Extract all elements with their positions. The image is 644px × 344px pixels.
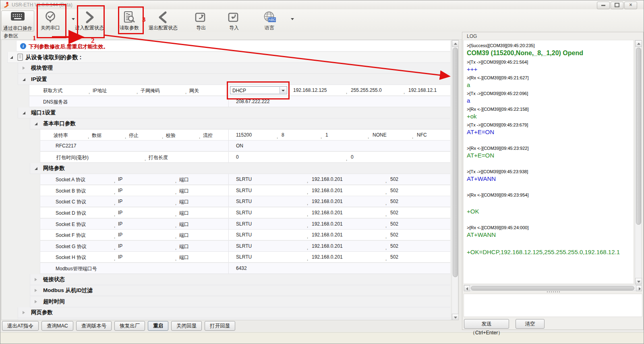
field-value[interactable]: 0 (236, 154, 239, 160)
field-value[interactable]: NFC (417, 132, 427, 138)
field-value[interactable]: ON (236, 143, 243, 149)
group-row-基本串口参数[interactable]: 基本串口参数 (30, 118, 450, 129)
field-value[interactable]: SLRTU (236, 221, 252, 227)
action-button-打开回显[interactable]: 打开回显 (205, 321, 235, 331)
send-button[interactable]: 发送（Ctrl+Enter） (464, 319, 509, 329)
group-row-端口1设置[interactable]: 端口1设置 (18, 108, 450, 118)
toolbar-button-read-params[interactable]: 读取参数 (112, 10, 147, 31)
toolbar-button-exit-config[interactable]: 退出配置状态 (146, 10, 180, 31)
toolbar-button-import[interactable]: 导入 (217, 10, 251, 31)
group-row-网络参数[interactable]: 网络参数 (30, 163, 450, 174)
field-value[interactable]: SLRTU (236, 254, 252, 260)
field-value[interactable]: 192.168.12.125 (293, 87, 327, 93)
clear-button[interactable]: 清空 (516, 319, 545, 329)
field-value[interactable]: 192.168.0.201 (312, 188, 343, 193)
field-value[interactable]: 192.168.0.201 (312, 243, 343, 249)
field-value[interactable]: 0 (351, 154, 354, 160)
expander-open-icon[interactable] (35, 167, 37, 170)
log-scrollbar-vertical[interactable] (635, 40, 642, 284)
dhcp-select[interactable]: DHCP (230, 86, 287, 94)
group-row-链接状态[interactable]: 链接状态 (30, 274, 450, 285)
action-button-恢复出厂[interactable]: 恢复出厂 (114, 321, 145, 331)
expander-closed-icon[interactable] (23, 66, 25, 70)
field-label: 子网掩码 (141, 87, 160, 94)
toolbar-button-serial-op[interactable]: 通过串口操作 (1, 10, 34, 31)
expander-closed-icon[interactable] (35, 300, 37, 303)
close-button[interactable]: × (624, 2, 637, 9)
group-row-IP设置[interactable]: IP设置 (18, 74, 450, 85)
field-value[interactable]: 115200 (236, 132, 252, 138)
log-scrollbar-horizontal[interactable] (464, 285, 642, 291)
field-value[interactable]: 502 (390, 176, 398, 182)
field-value[interactable]: SLRTU (236, 199, 252, 204)
status-strip (0, 332, 644, 344)
expander-open-icon[interactable] (35, 122, 37, 125)
group-row-网页参数[interactable]: 网页参数 (18, 307, 450, 318)
scrollbar-thumb[interactable] (453, 48, 458, 277)
expander-open-icon[interactable] (23, 112, 25, 114)
scroll-right-button[interactable] (636, 285, 642, 291)
group-row-Modbus 从机ID过滤[interactable]: Modbus 从机ID过滤 (30, 285, 450, 296)
scrollbar-thumb[interactable] (636, 48, 641, 225)
toolbar-button-enter-config[interactable]: 进入配置状态 (72, 10, 107, 31)
splitter-handle[interactable] (547, 291, 561, 292)
field-value[interactable]: 192.168.0.201 (312, 232, 343, 238)
param-scrollbar-vertical[interactable] (451, 40, 458, 320)
action-button-关闭回显[interactable]: 关闭回显 (171, 321, 202, 331)
field-value[interactable]: SLRTU (236, 176, 252, 182)
field-value[interactable]: 1 (325, 132, 328, 138)
expander-closed-icon[interactable] (35, 278, 37, 281)
field-value[interactable]: 502 (390, 210, 398, 216)
group-row-partial[interactable]: 设置 (18, 319, 450, 320)
select-arrow-button[interactable] (280, 87, 286, 93)
group-row-模块管理[interactable]: 模块管理 (18, 63, 450, 74)
field-value[interactable]: SLRTU (236, 210, 252, 216)
action-button-查询MAC[interactable]: 查询MAC (41, 321, 73, 331)
expander-open-icon[interactable] (10, 56, 13, 59)
scroll-down-button[interactable] (635, 278, 642, 284)
scroll-up-button[interactable] (452, 40, 459, 47)
expander-closed-icon[interactable] (23, 311, 25, 314)
toolbar-button-export[interactable]: 导出 (184, 10, 218, 31)
field-value[interactable]: 502 (390, 188, 398, 193)
dropdown-arrow-icon[interactable] (291, 18, 294, 20)
field-value[interactable]: 502 (390, 254, 398, 260)
field-value[interactable]: 192.168.0.201 (312, 254, 343, 260)
restore-button[interactable] (611, 2, 623, 9)
field-value[interactable]: 192.168.0.201 (312, 210, 343, 216)
expander-closed-icon[interactable] (35, 289, 37, 292)
action-button-重启[interactable]: 重启 (148, 321, 168, 331)
toolbar-button-close-serial[interactable]: 关闭串口 (33, 10, 68, 31)
tree-root-row[interactable]: 从设备读取到的参数 : (7, 52, 450, 63)
field-value[interactable]: 502 (390, 221, 398, 227)
field-value[interactable]: 192.168.0.201 (312, 221, 343, 227)
field-value[interactable]: 8 (282, 132, 284, 138)
field-value[interactable]: 192.168.0.201 (312, 199, 343, 204)
field-value[interactable]: 6432 (236, 265, 247, 271)
field-value[interactable]: 192.168.12.1 (408, 87, 437, 93)
scrollbar-thumb[interactable] (471, 286, 634, 290)
group-row-超时时间[interactable]: 超时时间 (30, 296, 450, 307)
scroll-down-button[interactable] (452, 314, 459, 320)
expander-open-icon[interactable] (23, 78, 25, 81)
action-button-退出AT指令[interactable]: 退出AT指令 (2, 321, 39, 331)
field-value[interactable]: SLRTU (236, 232, 252, 238)
field-value[interactable]: 502 (390, 232, 398, 238)
action-button-查询版本号[interactable]: 查询版本号 (76, 321, 112, 331)
field-value[interactable]: SLRTU (236, 243, 252, 249)
toolbar-items: 通过串口操作关闭串口进入配置状态读取参数退出配置状态导出导入ABC语言 (0, 9, 644, 32)
tab-params-area[interactable]: 参数区 (4, 33, 18, 39)
field-value[interactable]: 502 (390, 243, 398, 249)
field-value[interactable]: 192.168.0.201 (312, 176, 343, 182)
send-input[interactable] (464, 294, 642, 317)
field-value[interactable]: SLRTU (236, 188, 252, 193)
toolbar-button-language[interactable]: ABC语言 (252, 10, 287, 31)
scroll-left-button[interactable] (464, 285, 470, 291)
field-value[interactable]: NONE (373, 132, 387, 138)
scroll-up-button[interactable] (635, 40, 642, 47)
separator: , (175, 223, 176, 228)
field-value[interactable]: 208.67.222.222 (236, 99, 269, 104)
field-value[interactable]: 502 (390, 199, 398, 204)
minimize-button[interactable] (597, 2, 610, 9)
field-value[interactable]: 255.255.255.0 (351, 87, 382, 93)
